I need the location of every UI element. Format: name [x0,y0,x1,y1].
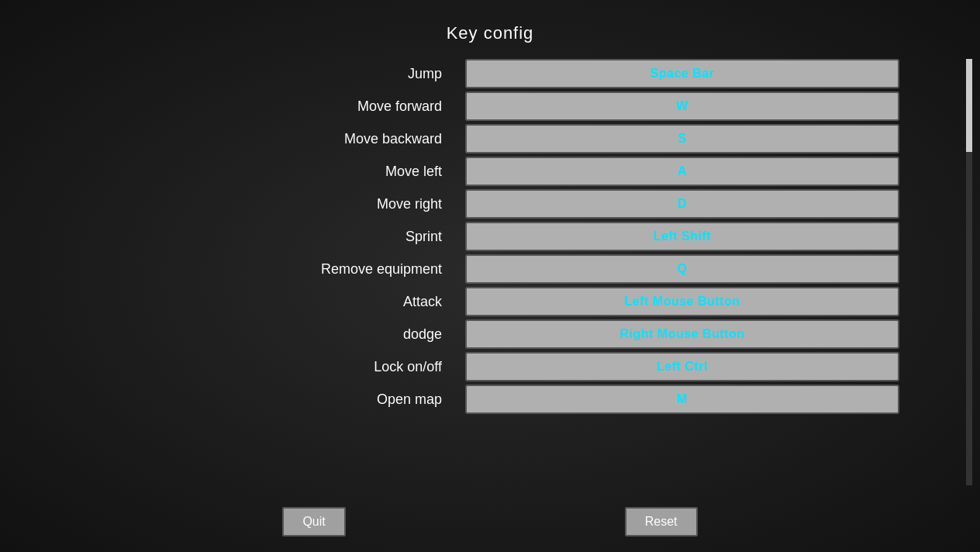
key-row: Open mapM [0,385,980,414]
key-row: AttackLeft Mouse Button [0,287,980,316]
action-label: Remove equipment [62,261,465,278]
key-binding-button[interactable]: D [465,189,899,219]
key-binding-button[interactable]: Q [465,254,899,284]
action-label: Jump [62,66,465,82]
key-binding-button[interactable]: W [465,91,899,121]
action-label: Attack [62,294,465,310]
key-binding-button[interactable]: S [465,124,899,154]
key-binding-button[interactable]: Left Shift [465,222,899,251]
key-binding-button[interactable]: A [465,157,899,186]
key-row: Move backwardS [0,124,980,154]
key-row: dodgeRight Mouse Button [0,319,980,349]
key-row: Remove equipmentQ [0,254,980,284]
key-binding-button[interactable]: Right Mouse Button [465,319,899,349]
key-row: JumpSpace Bar [0,59,980,88]
action-label: Lock on/off [62,359,465,375]
scroll-container[interactable]: JumpSpace BarMove forwardWMove backwardS… [0,59,980,485]
key-row: Lock on/offLeft Ctrl [0,352,980,381]
action-label: Sprint [62,229,465,245]
action-label: Open map [62,392,465,408]
action-label: Move left [62,164,465,180]
bottom-buttons: Quit Reset [0,493,980,552]
action-label: Move backward [62,131,465,147]
page-title: Key config [447,23,534,43]
reset-button[interactable]: Reset [625,507,698,536]
key-row: Move forwardW [0,91,980,121]
quit-button[interactable]: Quit [282,507,345,536]
action-label: Move forward [62,98,465,115]
config-area: JumpSpace BarMove forwardWMove backwardS… [0,43,980,493]
key-row: SprintLeft Shift [0,222,980,251]
key-row: Move leftA [0,157,980,186]
key-binding-button[interactable]: Left Mouse Button [465,287,899,316]
key-binding-button[interactable]: Space Bar [465,59,899,88]
scrollbar-thumb [966,59,972,152]
key-row: Move rightD [0,189,980,219]
action-label: dodge [62,326,465,343]
key-binding-button[interactable]: M [465,385,899,414]
action-label: Move right [62,196,465,212]
key-binding-button[interactable]: Left Ctrl [465,352,899,381]
scrollbar-track [966,59,972,485]
